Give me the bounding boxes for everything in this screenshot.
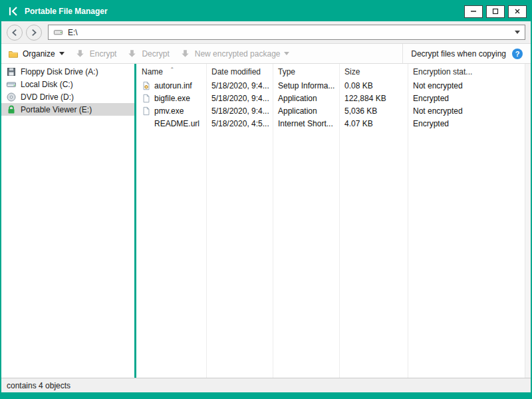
back-arrow-icon [10,28,19,37]
vertical-scrollbar[interactable] [525,64,531,378]
file-name: bigfile.exe [154,94,190,103]
column-separator [408,64,408,378]
date-modified-cell: 5/18/2020, 9:4... [206,81,273,90]
column-header-label: Name [142,67,163,76]
address-text: E:\ [68,28,78,37]
caption-buttons [464,5,527,18]
column-header-label: Encryption stat... [413,67,472,76]
lock-icon [6,104,17,115]
dvd-drive-icon [6,92,17,102]
drive-list: Floppy Disk Drive (A:)Local Disk (C:)DVD… [1,64,134,378]
encrypt-arrow-icon [75,49,86,59]
sidebar-item[interactable]: Local Disk (C:) [1,78,134,90]
file-name-cell: autorun.inf [136,81,206,90]
setup-information-file-icon [142,81,151,90]
encryption-status-cell: Encrypted [408,119,531,128]
column-header-label: Date modified [211,67,261,76]
file-name: autorun.inf [154,81,192,90]
address-bar[interactable]: E:\ [48,25,525,40]
column-separator [273,64,273,378]
encrypt-label: Encrypt [90,49,117,59]
sidebar-item[interactable]: Floppy Disk Drive (A:) [1,65,134,78]
file-list: NameˆDate modifiedTypeSizeEncryption sta… [136,64,531,378]
portable-file-manager-window: Portable File Manager E:\ Organize Encry… [0,0,532,399]
decrypt-button[interactable]: Decrypt [127,49,169,59]
size-cell: 0.08 KB [339,81,408,90]
file-name-cell: bigfile.exe [136,94,206,103]
sidebar-item-label: Floppy Disk Drive (A:) [21,67,98,76]
column-header-type[interactable]: Type [273,67,339,76]
chevron-down-dark-icon [59,52,65,55]
decrypt-when-copying-label: Decrypt files when copying [411,49,506,59]
file-name: README.url [154,119,200,128]
sidebar-item-label: Local Disk (C:) [21,80,73,89]
chevron-down-gray-icon [284,52,289,55]
sidebar-item[interactable]: DVD Drive (D:) [1,90,134,103]
close-icon [514,8,521,15]
drive-icon [53,27,63,37]
window-title: Portable File Manager [25,7,108,16]
main-content: Floppy Disk Drive (A:)Local Disk (C:)DVD… [1,64,531,378]
column-header-date-modified[interactable]: Date modified [206,67,273,76]
file-rows: autorun.inf5/18/2020, 9:4...Setup Inform… [136,79,531,130]
column-separator [339,64,340,378]
maximize-icon [492,8,499,15]
file-row[interactable]: pmv.exe5/18/2020, 9:4...Application5,036… [136,104,531,117]
minimize-button[interactable] [464,5,483,18]
chevron-down-icon[interactable] [515,31,520,34]
column-header-encryption-stat[interactable]: Encryption stat... [408,67,531,76]
organize-label: Organize [23,49,55,59]
column-header-label: Type [278,67,295,76]
size-cell: 5,036 KB [339,106,408,116]
toolbar-right: Decrypt files when copying ? [402,44,531,63]
encrypt-button[interactable]: Encrypt [75,49,117,59]
help-icon[interactable]: ? [512,49,523,59]
file-row[interactable]: autorun.inf5/18/2020, 9:4...Setup Inform… [136,79,531,92]
date-modified-cell: 5/18/2020, 9:4... [206,106,273,116]
type-cell: Setup Informa... [273,81,339,90]
date-modified-cell: 5/18/2020, 9:4... [206,94,273,103]
column-header-size[interactable]: Size [339,67,408,76]
kaspersky-logo-icon [8,6,19,17]
minimize-icon [470,8,477,15]
file-name: pmv.exe [154,106,184,116]
status-bar: contains 4 objects [1,378,531,392]
title-bar: Portable File Manager [1,1,531,21]
type-cell: Internet Short... [273,119,339,128]
size-cell: 4.07 KB [339,119,408,128]
type-cell: Application [273,106,339,116]
column-separator [206,64,207,378]
no-icon [142,119,151,128]
organize-button[interactable]: Organize [8,49,65,59]
column-header-name[interactable]: Nameˆ [136,67,206,76]
encryption-status-cell: Not encrypted [408,81,531,90]
column-headers: NameˆDate modifiedTypeSizeEncryption sta… [136,64,531,79]
date-modified-cell: 5/18/2020, 4:5... [206,119,273,128]
file-icon [142,94,151,103]
file-row[interactable]: README.url5/18/2020, 4:5...Internet Shor… [136,117,531,130]
new-encrypted-package-button[interactable]: New encrypted package [180,49,290,59]
navigation-bar: E:\ [1,21,531,44]
toolbar-left: Organize Encrypt Decrypt New encrypted p… [1,44,402,63]
back-button[interactable] [7,25,23,41]
toolbar: Organize Encrypt Decrypt New encrypted p… [1,44,531,64]
encryption-status-cell: Encrypted [408,94,531,103]
folder-icon [8,49,19,59]
size-cell: 122,884 KB [339,94,408,103]
status-text: contains 4 objects [7,381,70,390]
new-encrypted-package-label: New encrypted package [195,49,281,59]
encryption-status-cell: Not encrypted [408,106,531,116]
type-cell: Application [273,94,339,103]
forward-button[interactable] [26,25,42,41]
file-name-cell: pmv.exe [136,106,206,116]
floppy-drive-icon [6,66,17,77]
sidebar-item[interactable]: Portable Viewer (E:) [1,103,134,116]
maximize-button[interactable] [486,5,505,18]
file-row[interactable]: bigfile.exe5/18/2020, 9:4...Application1… [136,92,531,104]
sidebar-item-label: DVD Drive (D:) [21,92,74,102]
file-name-cell: README.url [136,119,206,128]
local-disk-icon [6,79,17,90]
sidebar-item-label: Portable Viewer (E:) [21,105,92,114]
close-button[interactable] [508,5,527,18]
decrypt-arrow-icon [127,49,138,59]
